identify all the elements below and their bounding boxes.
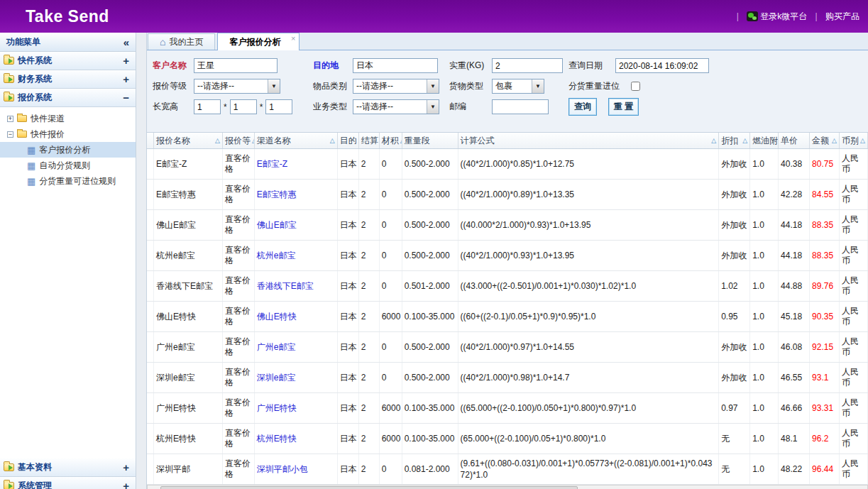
dropdown-arrow-icon: ▼: [532, 79, 544, 93]
sort-icon[interactable]: △: [215, 137, 220, 144]
expand-plus-icon[interactable]: +: [123, 480, 129, 489]
channel-link[interactable]: 广州E特快: [255, 393, 338, 423]
channel-link[interactable]: 佛山E特快: [255, 302, 338, 331]
tab-my-homepage[interactable]: ⌂ 我的主页: [148, 33, 215, 50]
expand-plus-icon[interactable]: +: [123, 55, 129, 67]
close-icon[interactable]: ×: [291, 34, 295, 43]
table-cell: 1.0: [750, 332, 779, 362]
sidebar-bottom-sections: 基本资料 + 系统管理 +: [0, 458, 136, 489]
table-row[interactable]: 杭州e邮宝直客价格杭州e邮宝日本200.500-2.000((40*2/1.00…: [147, 241, 868, 271]
table-cell: 人民币: [840, 454, 868, 484]
column-header[interactable]: 结算△: [359, 133, 380, 148]
table-row[interactable]: E邮宝特惠直客价格E邮宝特惠日本200.500-2.000((40*2/1.00…: [147, 180, 868, 210]
table-row[interactable]: 深圳e邮宝直客价格深圳e邮宝日本200.500-2.000((40*2/1.00…: [147, 363, 868, 393]
tree-item-auto-split-rules[interactable]: ▦ 自动分货规则: [0, 158, 136, 173]
sort-icon[interactable]: △: [860, 137, 865, 144]
scrollbar-thumb[interactable]: [160, 486, 578, 489]
column-header[interactable]: 目的△: [338, 133, 359, 148]
table-row[interactable]: 杭州E特快直客价格杭州E特快日本260000.100-35.000(65.000…: [147, 424, 868, 454]
column-header[interactable]: 计算公式△: [458, 133, 720, 148]
column-header[interactable]: 重量段: [402, 133, 458, 148]
table-cell: 6000: [380, 302, 402, 331]
item-category-select[interactable]: --请选择-- ▼: [353, 79, 439, 94]
width-input[interactable]: [230, 99, 257, 114]
column-header[interactable]: 报价名称△: [154, 133, 223, 148]
table-row[interactable]: 广州E特快直客价格广州E特快日本260000.100-35.000((65.00…: [147, 393, 868, 424]
column-header[interactable]: 币别△: [840, 133, 868, 148]
table-row[interactable]: 佛山E邮宝直客价格佛山E邮宝日本200.500-2.000((40.000*2/…: [147, 210, 868, 241]
sort-icon[interactable]: △: [711, 137, 716, 144]
postcode-label: 邮编: [449, 101, 492, 113]
login-kwei-link[interactable]: 登录k微平台: [747, 11, 807, 23]
table-cell: 外加收: [719, 180, 750, 209]
table-cell: 88.35: [810, 241, 840, 270]
reset-button[interactable]: 重 置: [608, 98, 639, 116]
buy-product-link[interactable]: 购买产品: [825, 11, 859, 23]
customer-name-input[interactable]: [194, 58, 278, 73]
table-cell: 1.0: [750, 454, 779, 484]
split-weight-carry-checkbox[interactable]: [631, 82, 640, 91]
destination-input[interactable]: [353, 58, 438, 73]
height-input[interactable]: [265, 99, 292, 114]
channel-link[interactable]: 杭州E特快: [255, 424, 338, 454]
separator: ｜: [812, 11, 820, 23]
table-row[interactable]: E邮宝-Z直客价格E邮宝-Z日本200.500-2.000((40*2/1.00…: [147, 149, 868, 180]
tree-expander-icon[interactable]: −: [7, 131, 13, 138]
sidebar-section-basic-data[interactable]: 基本资料 +: [0, 458, 136, 477]
table-cell: ((40.000*2/1.000)*0.93)*1.0+13.95: [458, 210, 720, 240]
channel-link[interactable]: 佛山E邮宝: [255, 210, 338, 240]
column-header[interactable]: 渠道名称△: [255, 133, 338, 148]
tree-item-express-quote[interactable]: − 快件报价: [0, 126, 136, 142]
channel-link[interactable]: 深圳e邮宝: [255, 363, 338, 392]
sidebar-section-system-admin[interactable]: 系统管理 +: [0, 477, 136, 489]
weight-input[interactable]: [492, 58, 563, 73]
column-header[interactable]: 折扣△: [719, 133, 750, 148]
column-header[interactable]: 材积△: [380, 133, 402, 148]
table-row[interactable]: 佛山E特快直客价格佛山E特快日本260000.100-35.000((60+((…: [147, 302, 868, 332]
channel-link[interactable]: E邮宝特惠: [255, 180, 338, 209]
tree-item-express-channel[interactable]: + 快件渠道: [0, 111, 136, 126]
channel-link[interactable]: 广州e邮宝: [255, 332, 338, 362]
sort-icon[interactable]: △: [330, 137, 335, 144]
collapse-minus-icon[interactable]: −: [123, 92, 129, 104]
tab-customer-quote-analysis[interactable]: 客户报价分析 ×: [217, 33, 300, 50]
sidebar-header: 功能菜单 «: [0, 33, 136, 52]
column-header-label: 报价等: [225, 135, 251, 147]
table-row[interactable]: 香港线下E邮宝直客价格香港线下E邮宝日本200.501-2.000((43.00…: [147, 271, 868, 302]
business-type-select[interactable]: --请选择-- ▼: [353, 99, 439, 114]
sidebar-title: 功能菜单: [6, 36, 40, 48]
table-row[interactable]: 深圳平邮直客价格深圳平邮小包日本200.081-2.000(9.61+((0.0…: [147, 454, 868, 485]
tree-item-customer-quote-analysis[interactable]: ▦ 客户报价分析: [0, 142, 136, 158]
sidebar-section-express-system[interactable]: 快件系统 +: [0, 52, 136, 70]
channel-link[interactable]: 深圳平邮小包: [255, 454, 338, 484]
expand-plus-icon[interactable]: +: [123, 73, 129, 85]
column-header[interactable]: 金额△: [810, 133, 840, 148]
sort-icon[interactable]: △: [832, 137, 837, 144]
quote-level-select[interactable]: --请选择-- ▼: [194, 79, 280, 94]
channel-link[interactable]: E邮宝-Z: [255, 149, 338, 179]
column-header[interactable]: 报价等△: [223, 133, 255, 148]
channel-link[interactable]: 杭州e邮宝: [255, 241, 338, 270]
expand-plus-icon[interactable]: +: [123, 461, 129, 473]
horizontal-scrollbar[interactable]: [147, 485, 868, 489]
cargo-type-select[interactable]: 包裹 ▼: [492, 79, 544, 94]
table-row[interactable]: 广州e邮宝直客价格广州e邮宝日本200.500-2.000((40*2/1.00…: [147, 332, 868, 363]
table-cell: 40.38: [779, 149, 810, 179]
sidebar-splitter[interactable]: [136, 33, 147, 489]
column-header[interactable]: 燃油附加△: [750, 133, 779, 148]
sidebar-section-quote-system[interactable]: 报价系统 −: [0, 89, 136, 107]
postcode-input[interactable]: [492, 99, 549, 114]
query-date-input[interactable]: [615, 58, 709, 73]
dimension-separator: *: [260, 102, 263, 112]
tree-expander-icon[interactable]: +: [7, 116, 13, 122]
sidebar-collapse-icon[interactable]: «: [123, 36, 129, 48]
column-header[interactable]: 单价: [779, 133, 810, 148]
sidebar-section-finance-system[interactable]: 财务系统 +: [0, 70, 136, 89]
table-cell: 45.18: [779, 302, 810, 331]
tree-item-split-weight-carry-rules[interactable]: ▦ 分货重量可进位规则: [0, 173, 136, 189]
length-input[interactable]: [194, 99, 221, 114]
channel-link[interactable]: 香港线下E邮宝: [255, 271, 338, 301]
sort-icon[interactable]: △: [742, 137, 747, 144]
sidebar-tree: + 快件渠道 − 快件报价 ▦ 客户报价分析 ▦ 自动分货规则: [0, 107, 136, 190]
query-button[interactable]: 查询: [568, 98, 597, 116]
